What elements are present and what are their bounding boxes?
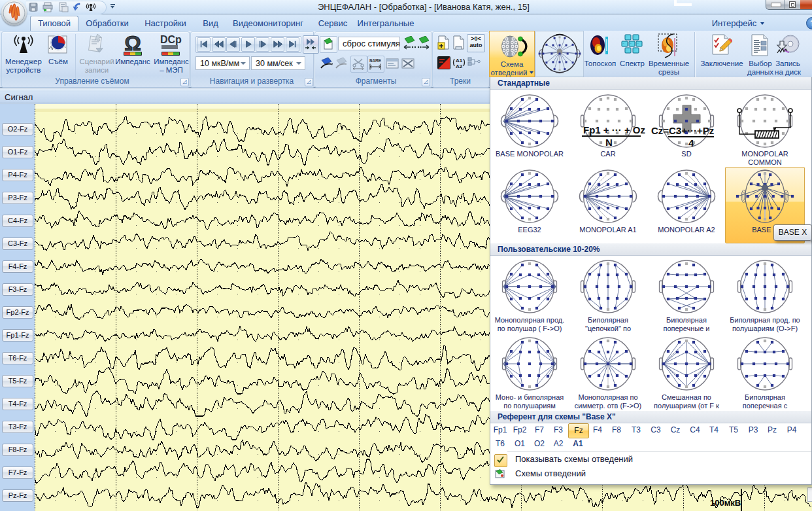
- svg-text:A1: A1: [456, 58, 463, 63]
- svg-text:A2: A2: [456, 63, 463, 69]
- svg-text:Ω: Ω: [124, 33, 141, 55]
- svg-text:Fp1 + ··· + Oz: Fp1 + ··· + Oz: [583, 124, 645, 135]
- svg-text:NAME: NAME: [369, 58, 382, 63]
- svg-text:Cz=C3+···+Pz: Cz=C3+···+Pz: [651, 125, 714, 136]
- svg-text:N: N: [605, 137, 613, 148]
- svg-text:DCp: DCp: [160, 34, 182, 45]
- svg-text:4: 4: [688, 137, 694, 149]
- svg-text:100мкВ: 100мкВ: [710, 498, 741, 508]
